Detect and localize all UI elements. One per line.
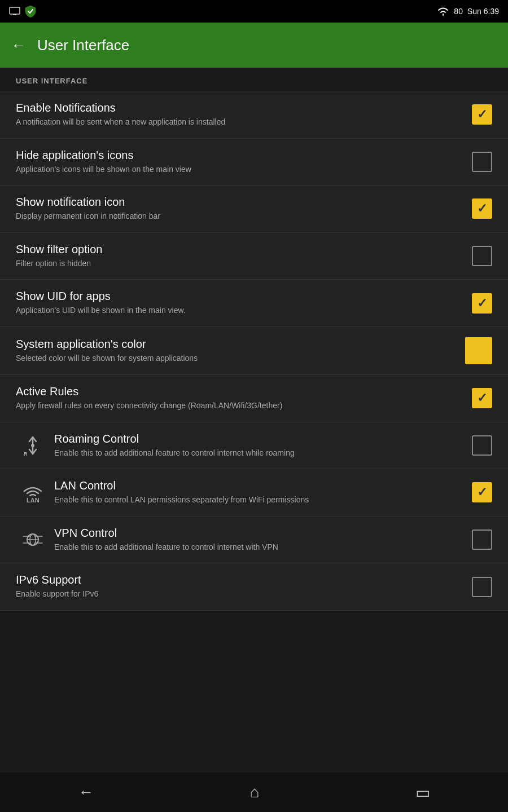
color-swatch-system-application-color[interactable] xyxy=(465,337,492,364)
settings-item-roaming-control[interactable]: R Roaming Control Enable this to add add… xyxy=(0,422,508,470)
item-content-show-filter-option: Show filter option Filter option is hidd… xyxy=(16,243,463,270)
screen-icon xyxy=(9,7,20,16)
nav-recents-button[interactable]: ▭ xyxy=(415,783,430,802)
checkbox-roaming-control[interactable] xyxy=(472,435,492,456)
wifi-status-icon xyxy=(437,6,449,16)
back-button[interactable]: ← xyxy=(11,37,26,54)
item-content-active-rules: Active Rules Apply firewall rules on eve… xyxy=(16,385,463,412)
checkbox-inner-show-filter-option[interactable] xyxy=(472,246,492,266)
item-title-show-filter-option: Show filter option xyxy=(16,243,463,256)
checkbox-vpn-control[interactable] xyxy=(472,529,492,550)
svg-rect-1 xyxy=(13,14,16,15)
checkbox-inner-ipv6-support[interactable] xyxy=(472,577,492,597)
settings-item-show-filter-option[interactable]: Show filter option Filter option is hidd… xyxy=(0,233,508,280)
lan-icon: LAN xyxy=(16,481,50,504)
checkbox-inner-vpn-control[interactable] xyxy=(472,529,492,550)
item-title-show-uid-for-apps: Show UID for apps xyxy=(16,290,463,303)
section-header: USER INTERFACE xyxy=(0,68,508,91)
color-swatch-inner-system-application-color[interactable] xyxy=(465,337,492,364)
settings-item-ipv6-support[interactable]: IPv6 Support Enable support for IPv6 xyxy=(0,563,508,611)
nav-back-button[interactable]: ← xyxy=(78,783,94,801)
item-subtitle-roaming-control: Enable this to add additional feature to… xyxy=(54,448,463,459)
item-subtitle-ipv6-support: Enable support for IPv6 xyxy=(16,589,463,600)
svg-point-7 xyxy=(31,444,34,447)
item-content-system-application-color: System application's color Selected colo… xyxy=(16,338,456,364)
item-title-roaming-control: Roaming Control xyxy=(54,433,463,445)
item-title-lan-control: LAN Control xyxy=(54,479,463,492)
checkbox-lan-control[interactable] xyxy=(472,482,492,502)
item-subtitle-lan-control: Enable this to control LAN permissions s… xyxy=(54,495,463,506)
item-content-lan-control: LAN Control Enable this to control LAN p… xyxy=(54,479,463,506)
app-bar: ← User Interface xyxy=(0,23,508,68)
svg-rect-0 xyxy=(10,7,20,14)
checkbox-ipv6-support[interactable] xyxy=(472,577,492,597)
item-title-system-application-color: System application's color xyxy=(16,338,456,351)
item-content-enable-notifications: Enable Notifications A notification will… xyxy=(16,102,463,128)
item-title-active-rules: Active Rules xyxy=(16,385,463,398)
item-subtitle-enable-notifications: A notification will be sent when a new a… xyxy=(16,117,463,128)
item-content-ipv6-support: IPv6 Support Enable support for IPv6 xyxy=(16,573,463,600)
checkbox-show-filter-option[interactable] xyxy=(472,246,492,266)
nav-home-button[interactable]: ⌂ xyxy=(250,783,260,801)
item-content-show-uid-for-apps: Show UID for apps Application's UID will… xyxy=(16,290,463,316)
item-title-vpn-control: VPN Control xyxy=(54,527,463,540)
item-content-roaming-control: Roaming Control Enable this to add addit… xyxy=(54,433,463,459)
settings-list: Enable Notifications A notification will… xyxy=(0,91,508,611)
checkbox-inner-lan-control[interactable] xyxy=(472,482,492,502)
item-content-show-notification-icon: Show notification icon Display permanent… xyxy=(16,196,463,222)
settings-item-system-application-color[interactable]: System application's color Selected colo… xyxy=(0,327,508,375)
item-subtitle-show-notification-icon: Display permanent icon in notification b… xyxy=(16,211,463,222)
checkbox-show-notification-icon[interactable] xyxy=(472,198,492,219)
item-title-show-notification-icon: Show notification icon xyxy=(16,196,463,209)
time-text: Sun 6:39 xyxy=(467,7,499,16)
checkbox-active-rules[interactable] xyxy=(472,388,492,408)
checkbox-inner-show-uid-for-apps[interactable] xyxy=(472,293,492,314)
settings-item-hide-application-icons[interactable]: Hide application's icons Application's i… xyxy=(0,139,508,186)
status-bar-left xyxy=(9,5,432,17)
checkbox-inner-active-rules[interactable] xyxy=(472,388,492,408)
nav-bar: ← ⌂ ▭ xyxy=(0,773,508,812)
settings-item-lan-control[interactable]: LAN LAN Control Enable this to control L… xyxy=(0,469,508,517)
app-bar-title: User Interface xyxy=(37,37,129,54)
item-subtitle-show-uid-for-apps: Application's UID will be shown in the m… xyxy=(16,305,463,316)
status-bar: 80 Sun 6:39 xyxy=(0,0,508,23)
svg-text:R: R xyxy=(24,451,28,457)
checkbox-inner-show-notification-icon[interactable] xyxy=(472,198,492,219)
item-content-hide-application-icons: Hide application's icons Application's i… xyxy=(16,149,463,175)
checkbox-inner-enable-notifications[interactable] xyxy=(472,104,492,125)
checkbox-inner-roaming-control[interactable] xyxy=(472,435,492,456)
checkbox-hide-application-icons[interactable] xyxy=(472,152,492,172)
item-title-ipv6-support: IPv6 Support xyxy=(16,573,463,586)
checkbox-show-uid-for-apps[interactable] xyxy=(472,293,492,314)
settings-item-vpn-control[interactable]: VPN Control Enable this to add additiona… xyxy=(0,517,508,564)
checkbox-inner-hide-application-icons[interactable] xyxy=(472,152,492,172)
item-title-hide-application-icons: Hide application's icons xyxy=(16,149,463,162)
svg-text:LAN: LAN xyxy=(27,497,40,504)
settings-item-show-uid-for-apps[interactable]: Show UID for apps Application's UID will… xyxy=(0,280,508,327)
shield-icon xyxy=(25,5,36,17)
settings-item-show-notification-icon[interactable]: Show notification icon Display permanent… xyxy=(0,186,508,233)
vpn-icon xyxy=(16,528,50,551)
item-subtitle-active-rules: Apply firewall rules on every connectivi… xyxy=(16,400,463,412)
roaming-icon: R xyxy=(16,434,50,457)
item-subtitle-hide-application-icons: Application's icons will be shown on the… xyxy=(16,164,463,175)
settings-item-active-rules[interactable]: Active Rules Apply firewall rules on eve… xyxy=(0,375,508,422)
item-title-enable-notifications: Enable Notifications xyxy=(16,102,463,114)
section-header-label: USER INTERFACE xyxy=(16,77,87,85)
item-subtitle-system-application-color: Selected color will be shown for system … xyxy=(16,353,456,364)
settings-item-enable-notifications[interactable]: Enable Notifications A notification will… xyxy=(0,91,508,139)
item-subtitle-show-filter-option: Filter option is hidden xyxy=(16,258,463,270)
item-content-vpn-control: VPN Control Enable this to add additiona… xyxy=(54,527,463,553)
checkbox-enable-notifications[interactable] xyxy=(472,104,492,125)
battery-text: 80 xyxy=(454,7,463,16)
item-subtitle-vpn-control: Enable this to add additional feature to… xyxy=(54,542,463,553)
